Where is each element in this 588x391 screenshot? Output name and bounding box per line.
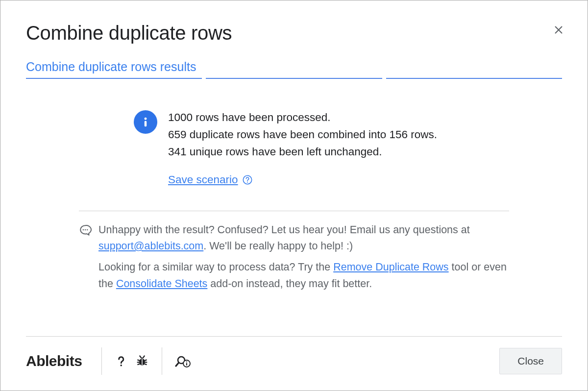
svg-line-11 xyxy=(176,363,178,366)
svg-point-13 xyxy=(186,361,187,362)
separator xyxy=(162,347,162,375)
tab-slot-3 xyxy=(386,60,562,79)
alt-text-post: add-on instead, they may fit better. xyxy=(207,278,372,290)
tab-slot-2 xyxy=(206,60,382,79)
close-icon[interactable] xyxy=(553,24,564,38)
save-scenario-row: Save scenario xyxy=(168,173,437,186)
results-text: 1000 rows have been processed. 659 dupli… xyxy=(168,109,437,186)
footer-help-icon[interactable] xyxy=(111,354,131,368)
feedback-text-pre: Unhappy with the result? Confused? Let u… xyxy=(98,224,470,236)
svg-point-4 xyxy=(83,229,84,230)
support-block: Unhappy with the result? Confused? Let u… xyxy=(79,211,509,297)
consolidate-sheets-link[interactable]: Consolidate Sheets xyxy=(116,278,207,290)
support-email-link[interactable]: support@ablebits.com xyxy=(98,240,203,252)
support-text: Unhappy with the result? Confused? Let u… xyxy=(98,222,509,297)
results-block: 1000 rows have been processed. 659 dupli… xyxy=(134,109,562,186)
help-icon[interactable] xyxy=(242,174,253,185)
svg-rect-14 xyxy=(186,363,187,366)
feedback-text-post: . We'll be really happy to help! :) xyxy=(203,240,353,252)
brand-logo[interactable]: Ablebits xyxy=(26,353,82,369)
info-icon xyxy=(134,110,157,134)
separator xyxy=(101,347,102,375)
search-info-icon[interactable] xyxy=(171,354,196,368)
svg-point-7 xyxy=(121,365,122,366)
bug-icon[interactable] xyxy=(131,354,153,368)
result-line-processed: 1000 rows have been processed. xyxy=(168,109,437,126)
svg-point-3 xyxy=(247,181,248,182)
dialog-body: Combine duplicate rows Combine duplicate… xyxy=(0,0,588,297)
close-button[interactable]: Close xyxy=(499,348,562,374)
alt-text-pre: Looking for a similar way to process dat… xyxy=(98,261,333,273)
dialog-footer: Ablebits Close xyxy=(26,336,562,375)
chat-icon xyxy=(79,224,92,239)
remove-duplicate-rows-link[interactable]: Remove Duplicate Rows xyxy=(333,261,448,273)
dialog-title: Combine duplicate rows xyxy=(26,22,232,44)
save-scenario-link[interactable]: Save scenario xyxy=(168,173,238,186)
result-line-combined: 659 duplicate rows have been combined in… xyxy=(168,126,437,144)
svg-point-5 xyxy=(85,229,86,230)
svg-point-6 xyxy=(87,229,88,230)
svg-rect-1 xyxy=(145,121,147,127)
result-line-unchanged: 341 unique rows have been left unchanged… xyxy=(168,144,437,161)
svg-point-0 xyxy=(145,118,147,120)
dialog-header: Combine duplicate rows xyxy=(26,22,562,44)
tab-bar: Combine duplicate rows results xyxy=(26,60,562,79)
tab-results[interactable]: Combine duplicate rows results xyxy=(26,60,202,79)
